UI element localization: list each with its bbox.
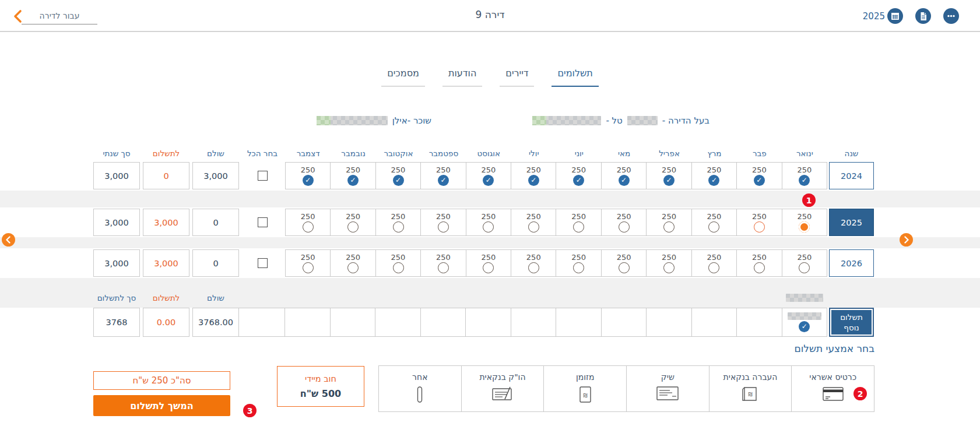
month-radio[interactable] [663,221,675,233]
extra-payment-button[interactable]: תשלום נוסף [829,308,874,337]
tab-documents[interactable]: מסמכים [381,65,425,87]
month-radio[interactable] [393,221,404,233]
paid-check-icon[interactable]: ✓ [573,175,584,186]
month-cell-2026-ספטמבר[interactable]: 250 [420,249,466,277]
month-radio[interactable] [483,221,494,233]
month-cell-2024-ינואר[interactable]: 250✓ [782,162,827,189]
month-cell-2025-ספטמבר[interactable]: 250 [420,209,466,236]
month-cell-2024-דצמבר[interactable]: 250✓ [285,162,331,189]
month-cell-2024-נובמבר[interactable]: 250✓ [330,162,375,189]
month-cell-2025-אוגוסט[interactable]: 250 [466,209,511,236]
month-cell-2026-דצמבר[interactable]: 250 [285,249,331,277]
payment-method-other[interactable]: אחר [378,365,462,412]
month-radio[interactable] [799,262,810,273]
month-cell-2026-פבר[interactable]: 250 [736,249,782,277]
year-button-2026[interactable]: 2026 [829,249,874,277]
paid-check-icon[interactable]: ✓ [663,175,675,186]
month-cell-2024-יוני[interactable]: 250✓ [556,162,601,189]
month-cell-2026-אוקטובר[interactable]: 250 [375,249,421,277]
month-radio[interactable] [573,262,584,273]
select-all-checkbox-2024[interactable] [258,171,268,181]
more-options-button[interactable] [943,8,959,24]
payment-method-bank-transfer[interactable]: העברה בנקאית ₪ [709,365,792,412]
month-cell-2024-ספטמבר[interactable]: 250✓ [420,162,466,189]
extra-payment-cell[interactable]: ✓ [782,308,828,337]
paid-check-icon[interactable]: ✓ [438,175,449,186]
extra-payment-cell [420,308,466,337]
month-radio[interactable] [708,221,719,233]
paid-check-icon[interactable]: ✓ [347,175,359,186]
month-radio[interactable] [303,221,314,233]
paid-check-icon[interactable]: ✓ [528,175,539,186]
paid-check-icon[interactable]: ✓ [303,175,314,186]
month-cell-2026-אפריל[interactable]: 250 [646,249,691,277]
payment-method-standing-order[interactable]: הו"ק בנקאית [461,365,545,412]
month-cell-2026-ינואר[interactable]: 250 [782,249,827,277]
month-cell-2026-יולי[interactable]: 250 [511,249,556,277]
month-radio[interactable] [347,221,359,233]
payment-method-check[interactable]: שיק [626,365,709,412]
select-all-checkbox-2026[interactable] [258,258,268,268]
month-radio[interactable] [754,221,765,233]
month-radio[interactable] [347,262,359,273]
month-cell-2024-מרץ[interactable]: 250✓ [691,162,737,189]
month-cell-2024-יולי[interactable]: 250✓ [511,162,556,189]
month-cell-2025-דצמבר[interactable]: 250 [285,209,331,236]
month-radio[interactable] [754,262,765,273]
next-apartment-button[interactable] [900,233,913,247]
month-radio[interactable] [528,221,539,233]
month-radio[interactable] [663,262,675,273]
month-cell-2026-אוגוסט[interactable]: 250 [466,249,511,277]
month-cell-2026-מרץ[interactable]: 250 [691,249,737,277]
paid-check-icon[interactable]: ✓ [619,175,630,186]
paid-check-icon[interactable]: ✓ [799,175,810,186]
payment-method-cash[interactable]: מזומן ₪ [543,365,627,412]
month-cell-2025-מאי[interactable]: 250 [601,209,647,236]
year-button-2024[interactable]: 2024 [829,162,874,189]
month-radio-selected[interactable] [799,221,810,233]
cash-icon: ₪ [577,386,594,403]
month-radio[interactable] [438,262,449,273]
tab-payments[interactable]: תשלומים [552,65,598,87]
month-header: ספטמבר [421,147,466,159]
month-cell-2026-מאי[interactable]: 250 [601,249,647,277]
month-cell-2024-אוקטובר[interactable]: 250✓ [375,162,421,189]
continue-to-payment-button[interactable]: המשך לתשלום [93,395,230,416]
documents-button[interactable] [915,8,931,24]
month-radio[interactable] [303,262,314,273]
month-cell-2024-פבר[interactable]: 250✓ [736,162,782,189]
month-cell-2025-יוני[interactable]: 250 [556,209,601,236]
month-cell-2026-יוני[interactable]: 250 [556,249,601,277]
month-cell-2025-אוקטובר[interactable]: 250 [375,209,421,236]
month-radio[interactable] [438,221,449,233]
month-cell-2025-יולי[interactable]: 250 [511,209,556,236]
month-cell-2025-מרץ[interactable]: 250 [691,209,737,236]
month-radio[interactable] [483,262,494,273]
month-radio[interactable] [528,262,539,273]
month-cell-2025-ינואר[interactable]: 250 [782,209,827,236]
select-all-checkbox-2025[interactable] [258,217,268,227]
prev-apartment-button[interactable] [2,233,15,247]
month-cell-2024-מאי[interactable]: 250✓ [601,162,647,189]
tab-tenants[interactable]: דיירים [500,65,534,87]
year-button-2025[interactable]: 2025 [829,209,874,236]
paid-check-icon[interactable]: ✓ [708,175,719,186]
calendar-button[interactable] [887,8,903,24]
month-radio[interactable] [708,262,719,273]
tab-messages[interactable]: הודעות [442,65,482,87]
month-radio[interactable] [619,262,630,273]
month-cell-2024-אפריל[interactable]: 250✓ [646,162,691,189]
month-radio[interactable] [393,262,404,273]
month-amount: 250 [707,254,722,261]
month-cell-2025-אפריל[interactable]: 250 [646,209,691,236]
month-cell-2025-נובמבר[interactable]: 250 [330,209,375,236]
month-radio[interactable] [619,221,630,233]
extra-payment-cell [556,308,602,337]
month-cell-2026-נובמבר[interactable]: 250 [330,249,375,277]
month-cell-2024-אוגוסט[interactable]: 250✓ [466,162,511,189]
paid-check-icon[interactable]: ✓ [483,175,494,186]
paid-check-icon[interactable]: ✓ [393,175,404,186]
paid-check-icon[interactable]: ✓ [754,175,765,186]
month-radio[interactable] [573,221,584,233]
month-cell-2025-פבר[interactable]: 250 [736,209,782,236]
